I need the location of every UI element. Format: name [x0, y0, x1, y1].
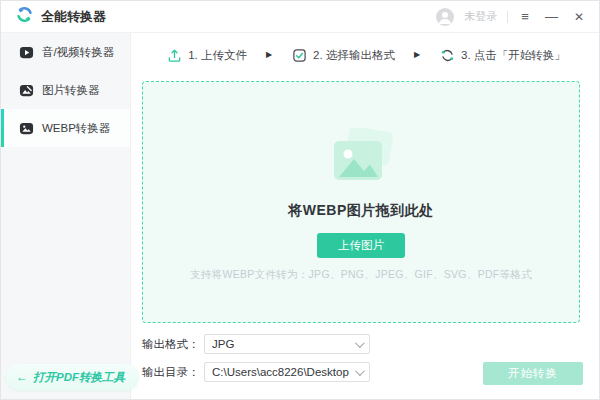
- upload-icon: [166, 47, 182, 63]
- sidebar-item-audio-video-converter[interactable]: 音/视频转换器: [1, 33, 130, 71]
- sidebar-item-webp-converter[interactable]: WEBP转换器: [1, 109, 130, 147]
- steps-bar: 1. 上传文件 ▶ 2. 选择输出格式 ▶ 3. 点击「开始: [131, 33, 600, 77]
- convert-logo-icon: [15, 5, 34, 28]
- dropzone-title: 将WEBP图片拖到此处: [288, 202, 434, 220]
- step-label: 1. 上传文件: [188, 48, 247, 63]
- login-status[interactable]: 未登录: [464, 9, 497, 24]
- convert-cycle-icon: [439, 47, 455, 63]
- menu-icon[interactable]: ≡: [518, 8, 532, 25]
- step-choose-format: 2. 选择输出格式: [291, 47, 395, 63]
- video-converter-icon: [18, 44, 34, 60]
- minimize-icon[interactable]: —: [542, 8, 561, 25]
- supported-formats-text: 支持将WEBP文件转为：JPG、PNG、JPEG、GIF、SVG、PDF等格式: [143, 268, 579, 282]
- output-format-row: 输出格式： JPG: [142, 334, 370, 354]
- chevron-down-icon: [355, 338, 365, 348]
- sidebar-item-label: 图片转换器: [42, 83, 100, 98]
- output-directory-row: 输出目录： C:\Users\acc8226\Desktop: [142, 362, 370, 382]
- image-converter-icon: [18, 82, 34, 98]
- step-label: 2. 选择输出格式: [313, 48, 395, 63]
- start-convert-button[interactable]: 开始转换: [483, 362, 583, 385]
- webp-converter-icon: [18, 120, 34, 136]
- pdf-tool-label: 打开PDF转换工具: [33, 370, 125, 385]
- format-check-icon: [291, 47, 307, 63]
- step-label: 3. 点击「开始转换」: [461, 48, 566, 63]
- webp-dropzone[interactable]: 将WEBP图片拖到此处 上传图片 支持将WEBP文件转为：JPG、PNG、JPE…: [142, 81, 580, 323]
- step-start-convert: 3. 点击「开始转换」: [439, 47, 566, 63]
- sidebar: 音/视频转换器 图片转换器 WEBP转换器: [1, 33, 131, 400]
- output-format-label: 输出格式：: [142, 337, 204, 352]
- avatar-icon[interactable]: [436, 8, 454, 26]
- upload-image-button[interactable]: 上传图片: [317, 233, 405, 258]
- back-arrow-icon: ←: [16, 370, 28, 384]
- step-arrow-icon: ▶: [414, 51, 420, 59]
- close-icon[interactable]: ✕: [571, 9, 587, 25]
- app-window: 全能转换器 未登录 ≡ — ✕ 音/视频转换器: [0, 0, 600, 400]
- output-directory-label: 输出目录：: [142, 365, 204, 380]
- titlebar-controls: 未登录 ≡ — ✕: [436, 8, 600, 26]
- output-directory-select[interactable]: C:\Users\acc8226\Desktop: [204, 362, 370, 382]
- step-arrow-icon: ▶: [266, 51, 272, 59]
- chevron-down-icon: [355, 366, 365, 376]
- app-logo: 全能转换器: [1, 5, 106, 28]
- open-pdf-tool-link[interactable]: ← 打开PDF转换工具: [6, 364, 139, 390]
- sidebar-item-image-converter[interactable]: 图片转换器: [1, 71, 130, 109]
- output-directory-value: C:\Users\acc8226\Desktop: [212, 366, 351, 378]
- titlebar-divider: [507, 11, 508, 23]
- sidebar-item-label: 音/视频转换器: [42, 45, 114, 60]
- titlebar: 全能转换器 未登录 ≡ — ✕: [1, 1, 600, 33]
- picture-placeholder-icon: [325, 128, 397, 190]
- output-format-value: JPG: [212, 338, 351, 350]
- sidebar-item-label: WEBP转换器: [42, 121, 110, 136]
- output-format-select[interactable]: JPG: [204, 334, 370, 354]
- app-title: 全能转换器: [41, 8, 106, 26]
- step-upload-file: 1. 上传文件: [166, 47, 247, 63]
